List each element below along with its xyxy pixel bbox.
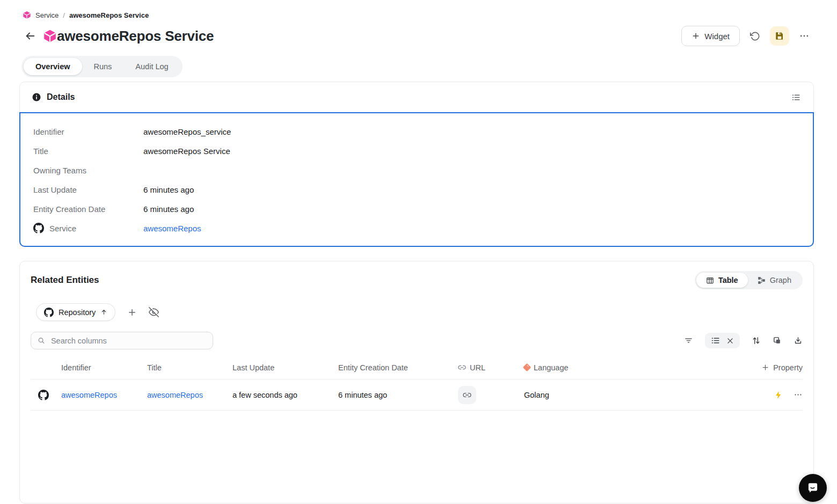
close-icon [726, 337, 734, 345]
detail-row-identifier: Identifier awesomeRepos_service [20, 122, 813, 141]
row-identifier-link[interactable]: awesomeRepos [61, 391, 147, 399]
language-property-icon [523, 363, 532, 372]
save-button[interactable] [770, 26, 789, 46]
link-icon [463, 391, 471, 399]
copy-icon [773, 336, 782, 345]
tab-runs[interactable]: Runs [82, 58, 124, 75]
detail-value: 6 minutes ago [143, 204, 194, 214]
plus-icon [127, 308, 137, 317]
details-selected-panel[interactable]: Identifier awesomeRepos_service Title aw… [19, 112, 814, 247]
details-header: Details [20, 82, 813, 112]
breadcrumb-current[interactable]: awesomeRepos Service [69, 11, 149, 19]
detail-label: Entity Creation Date [33, 204, 143, 214]
download-button[interactable] [794, 336, 803, 345]
list-icon [711, 336, 720, 345]
col-last-update[interactable]: Last Update [232, 363, 338, 372]
detail-value: awesomeRepos_service [143, 127, 231, 136]
tab-overview[interactable]: Overview [24, 58, 82, 75]
row-last-update: a few seconds ago [232, 391, 338, 399]
entity-filter-row: Repository [31, 303, 803, 321]
col-creation-date[interactable]: Entity Creation Date [338, 363, 458, 372]
undo-button[interactable] [745, 26, 765, 46]
table-row[interactable]: awesomeRepos awesomeRepos a few seconds … [31, 379, 803, 411]
search-columns-input[interactable] [50, 336, 206, 346]
group-list-button[interactable] [711, 336, 720, 345]
related-service-link[interactable]: awesomeRepos [143, 224, 201, 233]
col-identifier[interactable]: Identifier [61, 363, 147, 372]
sort-icon [752, 336, 761, 345]
detail-label: Last Update [33, 185, 143, 194]
filter-icon [684, 336, 693, 345]
undo-icon [750, 31, 760, 41]
more-options-button[interactable] [795, 26, 814, 46]
row-more-options-button[interactable] [794, 390, 803, 399]
table-toolbar [684, 333, 803, 348]
detail-label: Identifier [33, 127, 143, 136]
add-widget-button[interactable]: Widget [681, 26, 740, 46]
save-icon [775, 31, 784, 41]
view-toggle: Table Graph [695, 271, 803, 289]
detail-label: Title [33, 147, 143, 156]
row-creation-date: 6 minutes ago [338, 391, 458, 399]
table-view-label: Table [718, 276, 738, 284]
hide-relations-button[interactable] [149, 307, 159, 317]
repository-filter-label: Repository [59, 308, 96, 317]
detail-label: Service [49, 224, 76, 233]
related-entities-card: Related Entities Table Graph Repository [19, 261, 814, 503]
col-language[interactable]: Language [524, 363, 744, 372]
details-title: Details [47, 92, 75, 102]
graph-icon [758, 276, 766, 284]
breadcrumb-separator: / [63, 11, 65, 19]
github-icon [44, 308, 54, 317]
row-url-link-button[interactable] [458, 386, 476, 404]
related-entities-title: Related Entities [31, 275, 99, 286]
related-table-header: Identifier Title Last Update Entity Crea… [31, 356, 803, 379]
page-title: awesomeRepos Service [57, 28, 214, 45]
table-controls-row [31, 332, 803, 349]
add-widget-label: Widget [704, 32, 730, 41]
github-icon [38, 390, 61, 400]
detail-row-title: Title awesomeRepos Service [20, 141, 813, 160]
tab-audit-log[interactable]: Audit Log [123, 58, 180, 75]
sort-button[interactable] [752, 336, 761, 345]
chat-bubble-icon [806, 481, 820, 495]
back-button[interactable] [23, 28, 38, 43]
detail-row-owning-teams: Owning Teams [20, 160, 813, 180]
info-icon [32, 92, 41, 102]
detail-value: awesomeRepos Service [143, 147, 230, 156]
row-title-link[interactable]: awesomeRepos [147, 391, 232, 399]
row-language: Golang [524, 391, 744, 399]
search-columns-box[interactable] [31, 332, 213, 349]
chat-launcher-button[interactable] [799, 474, 827, 502]
ellipsis-icon [794, 390, 803, 399]
list-view-button[interactable] [791, 93, 800, 102]
plus-icon [692, 32, 700, 40]
plus-icon [761, 363, 769, 371]
download-icon [794, 336, 803, 345]
list-icon [791, 93, 800, 102]
cube-icon [23, 11, 31, 19]
detail-row-creation-date: Entity Creation Date 6 minutes ago [20, 199, 813, 218]
filter-button[interactable] [684, 336, 693, 345]
link-icon [458, 363, 466, 371]
clear-group-button[interactable] [726, 337, 734, 345]
graph-view-button[interactable]: Graph [748, 273, 801, 288]
run-action-bolt-icon[interactable] [774, 391, 783, 399]
table-view-button[interactable]: Table [696, 273, 748, 288]
detail-value: 6 minutes ago [143, 185, 194, 194]
col-title[interactable]: Title [147, 363, 232, 372]
details-card: Details Identifier awesomeRepos_service … [19, 82, 814, 247]
add-relation-button[interactable] [127, 308, 137, 317]
add-property-button[interactable]: Property [744, 363, 803, 372]
breadcrumb-root[interactable]: Service [35, 11, 59, 19]
col-url[interactable]: URL [458, 363, 524, 372]
detail-row-last-update: Last Update 6 minutes ago [20, 180, 813, 199]
repository-filter-pill[interactable]: Repository [36, 303, 115, 321]
related-entities-header: Related Entities Table Graph [31, 261, 803, 289]
group-by-control [705, 333, 740, 348]
arrow-up-icon [100, 309, 107, 316]
ellipsis-icon [799, 31, 810, 41]
graph-view-label: Graph [770, 276, 791, 284]
copy-button[interactable] [773, 336, 782, 345]
entity-tabs: Overview Runs Audit Log [21, 56, 183, 77]
